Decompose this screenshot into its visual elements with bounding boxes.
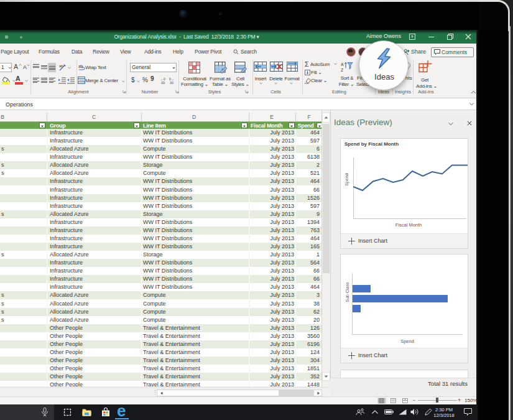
svg-text:.00: .00 — [169, 81, 173, 84]
svg-text:Z: Z — [341, 68, 344, 72]
svg-text:.00: .00 — [160, 81, 165, 84]
svg-text:ab: ab — [59, 64, 63, 68]
svg-text:A: A — [341, 62, 344, 67]
